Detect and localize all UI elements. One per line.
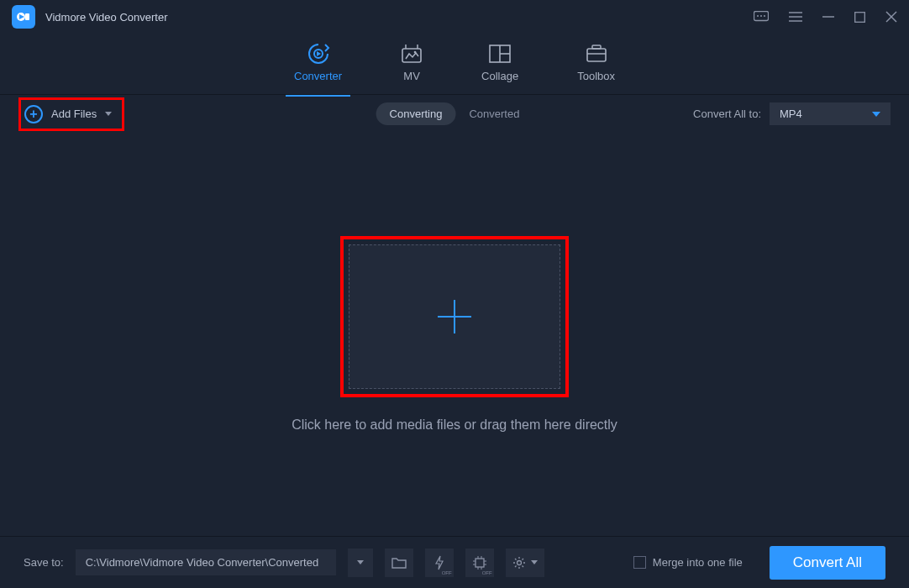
convert-all-button[interactable]: Convert All — [770, 546, 885, 580]
status-tabs: Converting Converted — [376, 102, 533, 125]
window-controls — [754, 11, 897, 23]
feedback-icon[interactable] — [754, 11, 769, 23]
toolbox-icon — [586, 43, 607, 65]
add-files-label: Add Files — [51, 108, 97, 120]
folder-icon — [391, 557, 407, 569]
tab-converter-label: Converter — [294, 70, 342, 82]
settings-button[interactable] — [506, 549, 544, 577]
add-files-button[interactable]: + Add Files — [24, 105, 112, 123]
tab-converted[interactable]: Converted — [455, 102, 533, 125]
collage-icon — [489, 43, 511, 65]
merge-checkbox[interactable]: Merge into one file — [633, 556, 743, 569]
tab-converter[interactable]: Converter — [294, 43, 342, 86]
svg-rect-1 — [25, 13, 29, 20]
chevron-down-icon — [105, 112, 112, 116]
drop-hint: Click here to add media files or drag th… — [292, 417, 617, 433]
chevron-down-icon — [872, 112, 880, 117]
menu-icon[interactable] — [789, 12, 802, 22]
minimize-icon[interactable] — [822, 11, 834, 23]
svg-rect-10 — [855, 12, 865, 22]
svg-point-17 — [414, 50, 417, 53]
svg-rect-22 — [587, 49, 606, 61]
bottom-bar: Save to: C:\Vidmore\Vidmore Video Conver… — [0, 536, 909, 588]
tab-mv-label: MV — [403, 70, 420, 82]
tab-mv[interactable]: MV — [401, 43, 423, 86]
lightning-icon — [434, 555, 444, 570]
tab-collage[interactable]: Collage — [481, 43, 518, 86]
chip-icon — [472, 555, 487, 570]
save-path-value: C:\Vidmore\Vidmore Video Converter\Conve… — [86, 556, 318, 569]
save-to-label: Save to: — [24, 556, 64, 569]
chevron-down-icon — [531, 560, 538, 564]
drop-area[interactable] — [349, 244, 560, 389]
open-folder-button[interactable] — [385, 549, 413, 577]
svg-rect-26 — [476, 559, 484, 567]
close-icon[interactable] — [885, 11, 897, 23]
converter-icon — [307, 43, 330, 65]
mv-icon — [401, 43, 423, 65]
add-files-highlight: + Add Files — [18, 97, 124, 131]
tab-converting[interactable]: Converting — [376, 102, 456, 125]
drop-area-highlight — [340, 236, 569, 397]
format-selected-value: MP4 — [780, 108, 802, 120]
tab-toolbox[interactable]: Toolbox — [577, 43, 615, 86]
svg-point-4 — [760, 15, 762, 17]
format-select[interactable]: MP4 — [770, 102, 891, 125]
plus-icon — [434, 297, 475, 337]
gear-icon — [512, 556, 526, 570]
merge-label: Merge into one file — [653, 556, 743, 569]
content-area: Click here to add media files or drag th… — [0, 133, 909, 536]
plus-circle-icon: + — [24, 105, 43, 123]
high-speed-button[interactable]: OFF — [425, 549, 454, 577]
svg-point-5 — [764, 15, 765, 17]
tab-collage-label: Collage — [481, 70, 518, 82]
titlebar: Vidmore Video Converter — [0, 0, 909, 34]
convert-all-to: Convert All to: MP4 — [693, 102, 891, 125]
save-path-input[interactable]: C:\Vidmore\Vidmore Video Converter\Conve… — [76, 549, 336, 575]
off-badge: OFF — [482, 570, 492, 575]
chevron-down-icon — [357, 560, 364, 564]
tab-toolbox-label: Toolbox — [577, 70, 615, 82]
convert-all-to-label: Convert All to: — [693, 108, 761, 120]
app-logo — [12, 5, 35, 29]
save-path-dropdown[interactable] — [348, 549, 373, 577]
gpu-button[interactable]: OFF — [465, 549, 494, 577]
svg-point-3 — [757, 15, 759, 17]
svg-point-35 — [517, 560, 521, 564]
off-badge: OFF — [442, 570, 452, 575]
sub-toolbar: + Add Files Converting Converted Convert… — [0, 95, 909, 133]
app-title: Vidmore Video Converter — [45, 11, 754, 24]
maximize-icon[interactable] — [854, 12, 865, 23]
main-tabs: Converter MV Collage Toolbox — [0, 34, 909, 95]
checkbox-icon — [633, 556, 646, 569]
